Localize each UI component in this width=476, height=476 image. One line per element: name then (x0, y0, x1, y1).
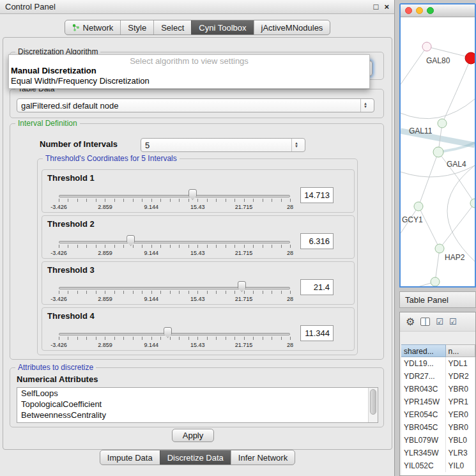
tick-label: 28 (287, 250, 293, 256)
interval-definition-group: Interval Definition Number of Intervals … (10, 123, 384, 360)
scrollbar-thumb[interactable] (370, 389, 376, 415)
network-node[interactable] (433, 147, 443, 157)
network-node[interactable] (435, 244, 444, 253)
tick-label: 15.43 (190, 204, 205, 210)
node-label: HAP2 (445, 253, 465, 262)
table-cell: YER054C (401, 408, 446, 421)
threshold-slider[interactable] (59, 189, 290, 203)
threshold-slider[interactable] (59, 327, 290, 341)
close-icon[interactable]: × (384, 3, 389, 12)
tab-cyni-toolbox[interactable]: Cyni Toolbox (191, 20, 253, 35)
apply-button[interactable]: Apply (172, 429, 214, 442)
table-row[interactable]: YBR043CYBR0 (401, 383, 475, 395)
list-item[interactable]: TopologicalCoefficient (17, 399, 378, 410)
tab-label: Infer Network (238, 453, 288, 463)
num-intervals-combo[interactable]: 5 ▲▼ (141, 138, 305, 152)
table-cell: YDL1 (446, 357, 475, 370)
table-grid: shared...n...YDL19...YDL1YDR27...YDR2YBR… (401, 344, 475, 475)
gear-icon[interactable]: ⚙ (406, 317, 415, 327)
dropdown-option-equal-width[interactable]: Equal Width/Frequency Discretization (9, 76, 369, 86)
tab-discretize-data[interactable]: Discretize Data (160, 450, 231, 464)
num-intervals-value: 5 (145, 141, 150, 150)
table-cell: YDL19... (401, 357, 446, 370)
table-row[interactable]: YLR345WYLR3 (401, 447, 475, 459)
network-edge (442, 58, 471, 123)
table-panel-window: ⚙ ☑ ☑ shared...n...YDL19...YDL1YDR27...Y… (399, 312, 476, 476)
tick-label: 21.715 (235, 250, 253, 256)
tab-label: Impute Data (107, 453, 153, 463)
table-cell: YLR345W (401, 447, 446, 459)
network-node[interactable] (470, 199, 475, 208)
table-row[interactable]: YDL19...YDL1 (401, 357, 475, 370)
table-data-group: Table Data galFiltered.sif default node … (10, 89, 384, 118)
network-node[interactable] (414, 202, 423, 211)
float-window-icon[interactable]: □ (374, 3, 379, 12)
network-node[interactable] (431, 277, 440, 286)
dropdown-option-manual[interactable]: Manual Discretization (9, 66, 369, 76)
slider-tick-labels: -3.4262.8599.14415.4321.71528 (59, 250, 290, 257)
list-scrollbar[interactable] (368, 388, 378, 422)
network-canvas[interactable]: GAL80GAL11GAL4GCY1HAP2 (401, 17, 475, 286)
table-cell: YLR3 (446, 447, 475, 459)
table-cell: YER0 (446, 408, 475, 421)
tab-label: Discretize Data (167, 453, 224, 463)
node-label: GAL4 (447, 160, 466, 169)
table-row[interactable]: YER054CYER0 (401, 408, 475, 421)
tick-label: 2.859 (98, 204, 112, 210)
network-edge (435, 249, 440, 282)
stepper-icon[interactable]: ▲▼ (360, 99, 370, 112)
table-data-combo[interactable]: galFiltered.sif default node ▲▼ (17, 98, 374, 112)
table-cell: YBR0 (446, 421, 475, 434)
network-node[interactable] (438, 119, 447, 128)
network-edge (401, 282, 435, 286)
node-label: GAL80 (426, 56, 450, 65)
column-header[interactable]: shared... (401, 344, 446, 357)
list-item[interactable]: BetweennessCentrality (17, 410, 378, 420)
tick-label: 15.43 (190, 250, 205, 256)
select-none-checkbox-icon[interactable]: ☑ (449, 318, 457, 326)
network-edge (427, 47, 465, 56)
thresholds-group: Threshold's Coordinates for 5 Intervals … (37, 158, 358, 355)
list-item[interactable]: SelfLoops (17, 388, 378, 399)
columns-icon[interactable] (420, 318, 430, 326)
tick-label: 15.43 (190, 296, 205, 302)
table-row[interactable]: YBL079WYBL0 (401, 434, 475, 447)
table-row[interactable]: YBR045CYBR0 (401, 421, 475, 434)
table-cell: YIL052C (401, 459, 446, 472)
tick-label: -3.426 (50, 342, 67, 348)
slider-ticks (59, 199, 291, 202)
threshold-value-field[interactable]: 11.344 (300, 325, 334, 341)
stepper-icon[interactable]: ▲▼ (291, 139, 301, 151)
tab-impute-data[interactable]: Impute Data (100, 450, 160, 464)
threshold-value-field[interactable]: 6.316 (300, 233, 334, 249)
tab-jactivemnodules[interactable]: jActiveMNodules (254, 20, 330, 35)
interval-group-title: Interval Definition (15, 119, 80, 128)
tab-label: Network (83, 23, 114, 33)
table-row[interactable]: YPR145WYPR1 (401, 395, 475, 408)
zoom-traffic-light-icon[interactable] (427, 7, 434, 14)
minimize-traffic-light-icon[interactable] (416, 7, 423, 14)
threshold-value-field[interactable]: 14.713 (300, 187, 334, 203)
network-edge (418, 152, 438, 206)
tab-infer-network[interactable]: Infer Network (231, 450, 295, 464)
node-label: GAL11 (409, 127, 433, 135)
column-header[interactable]: n... (446, 344, 475, 357)
tab-select[interactable]: Select (153, 20, 191, 35)
select-all-checkbox-icon[interactable]: ☑ (436, 318, 443, 326)
threshold-label: Threshold 4 (47, 311, 95, 321)
control-panel-titlebar: Control Panel □ × (0, 0, 394, 14)
table-row[interactable]: YIL052CYIL0 (401, 459, 475, 472)
table-row[interactable]: YDR27...YDR2 (401, 370, 475, 383)
network-node[interactable] (465, 52, 475, 64)
threshold-slider[interactable] (59, 235, 290, 249)
attributes-list[interactable]: SelfLoopsTopologicalCoefficientBetweenne… (17, 387, 378, 423)
network-edge (447, 165, 475, 261)
tick-label: 28 (287, 342, 293, 348)
threshold-value-field[interactable]: 21.4 (300, 279, 334, 295)
threshold-slider[interactable] (59, 281, 290, 295)
close-traffic-light-icon[interactable] (405, 7, 412, 14)
tab-network[interactable]: Network (65, 20, 121, 35)
tab-style[interactable]: Style (120, 20, 153, 35)
network-node[interactable] (422, 42, 431, 51)
dropdown-placeholder: Select algorithm to view settings (9, 55, 369, 66)
